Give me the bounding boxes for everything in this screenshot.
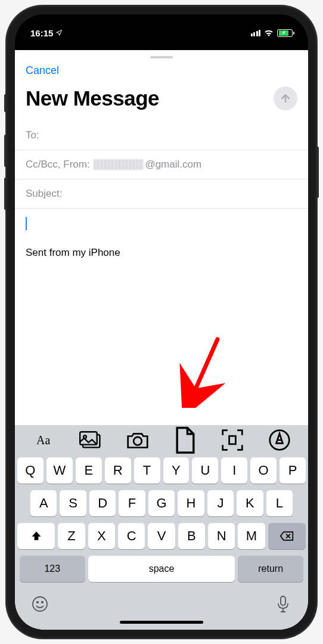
phone-frame: 16:15 ⚡︎ Cancel New Message To: <box>7 6 316 638</box>
arrow-up-icon <box>279 92 291 104</box>
page-title: New Message <box>26 86 159 110</box>
return-key[interactable]: return <box>238 556 303 582</box>
battery-charging-icon: ⚡︎ <box>277 29 293 37</box>
wifi-icon <box>264 29 274 36</box>
compose-screen: Cancel New Message To: Cc/Bcc, From: @gm… <box>15 50 308 630</box>
text-cursor <box>26 217 27 230</box>
svg-point-7 <box>37 602 38 603</box>
sheet-grabber[interactable] <box>150 56 173 58</box>
send-button[interactable] <box>274 86 297 110</box>
camera-button[interactable] <box>126 429 149 451</box>
svg-rect-9 <box>281 596 285 605</box>
subject-label: Subject: <box>26 188 62 200</box>
key-row-2: A S D F G H J K L <box>17 490 306 516</box>
key-n[interactable]: N <box>208 523 235 549</box>
emoji-button[interactable] <box>32 596 48 615</box>
notch <box>102 14 221 32</box>
key-row-4: 123 space return <box>17 556 306 582</box>
key-o[interactable]: O <box>250 457 277 484</box>
key-u[interactable]: U <box>192 457 218 484</box>
key-s[interactable]: S <box>60 490 86 516</box>
to-label: To: <box>26 129 39 141</box>
photo-icon <box>79 431 102 450</box>
document-icon <box>174 426 197 454</box>
cellular-signal-icon <box>251 30 261 36</box>
keyboard-toolbar: Aa <box>15 425 308 455</box>
delete-icon <box>279 529 294 543</box>
volume-up-button <box>4 135 7 167</box>
key-i[interactable]: I <box>221 457 247 484</box>
key-e[interactable]: E <box>76 457 102 484</box>
key-w[interactable]: W <box>46 457 73 484</box>
key-j[interactable]: J <box>207 490 234 516</box>
key-row-1: Q W E R T Y U I O P <box>17 457 306 484</box>
subject-field[interactable]: Subject: <box>15 179 308 209</box>
microphone-icon <box>275 596 291 612</box>
email-signature: Sent from my iPhone <box>26 247 297 259</box>
markup-icon <box>268 429 291 451</box>
home-indicator[interactable] <box>120 621 203 624</box>
numbers-key[interactable]: 123 <box>20 556 85 582</box>
keyboard: Aa <box>15 425 308 630</box>
attach-document-button[interactable] <box>174 429 197 451</box>
annotation-arrow <box>176 336 229 408</box>
camera-icon <box>126 431 149 450</box>
svg-point-6 <box>33 597 47 611</box>
key-a[interactable]: A <box>30 490 57 516</box>
svg-rect-4 <box>229 436 236 444</box>
screen-container: 16:15 ⚡︎ Cancel New Message To: <box>15 14 308 630</box>
key-x[interactable]: X <box>88 523 115 549</box>
keyboard-bottom-row <box>15 589 308 617</box>
cancel-button[interactable]: Cancel <box>15 62 70 83</box>
key-y[interactable]: Y <box>163 457 190 484</box>
key-q[interactable]: Q <box>17 457 44 484</box>
markup-button[interactable] <box>268 429 291 451</box>
keyboard-rows: Q W E R T Y U I O P A S D <box>15 455 308 582</box>
volume-down-button <box>4 178 7 210</box>
shift-icon <box>30 530 42 542</box>
text-format-button[interactable]: Aa <box>32 429 55 451</box>
location-icon <box>55 29 63 36</box>
to-field[interactable]: To: <box>15 121 308 150</box>
ccbcc-from-label: Cc/Bcc, From: <box>26 159 90 171</box>
compose-body[interactable]: Sent from my iPhone <box>15 209 308 259</box>
dictation-button[interactable] <box>275 596 291 615</box>
key-g[interactable]: G <box>148 490 175 516</box>
space-key[interactable]: space <box>88 556 235 582</box>
redacted-email-user <box>94 159 144 170</box>
shift-key[interactable] <box>17 523 55 549</box>
key-f[interactable]: F <box>119 490 145 516</box>
key-d[interactable]: D <box>89 490 116 516</box>
key-row-3: Z X C V B N M <box>17 523 306 549</box>
scan-document-button[interactable] <box>221 429 244 451</box>
email-domain: @gmail.com <box>145 159 201 171</box>
key-h[interactable]: H <box>178 490 204 516</box>
key-r[interactable]: R <box>105 457 131 484</box>
key-k[interactable]: K <box>237 490 263 516</box>
status-time: 16:15 <box>30 28 53 38</box>
key-z[interactable]: Z <box>58 523 85 549</box>
key-p[interactable]: P <box>279 457 306 484</box>
key-b[interactable]: B <box>178 523 205 549</box>
key-t[interactable]: T <box>134 457 160 484</box>
emoji-icon <box>32 596 48 612</box>
delete-key[interactable] <box>268 523 306 549</box>
scan-icon <box>221 429 244 451</box>
svg-point-8 <box>42 602 43 603</box>
photo-library-button[interactable] <box>79 429 102 451</box>
ccbcc-from-field[interactable]: Cc/Bcc, From: @gmail.com <box>15 150 308 179</box>
key-m[interactable]: M <box>238 523 265 549</box>
key-v[interactable]: V <box>148 523 175 549</box>
key-c[interactable]: C <box>118 523 145 549</box>
svg-point-3 <box>134 437 142 445</box>
key-l[interactable]: L <box>266 490 293 516</box>
ring-switch <box>4 94 7 112</box>
power-button <box>316 147 319 198</box>
